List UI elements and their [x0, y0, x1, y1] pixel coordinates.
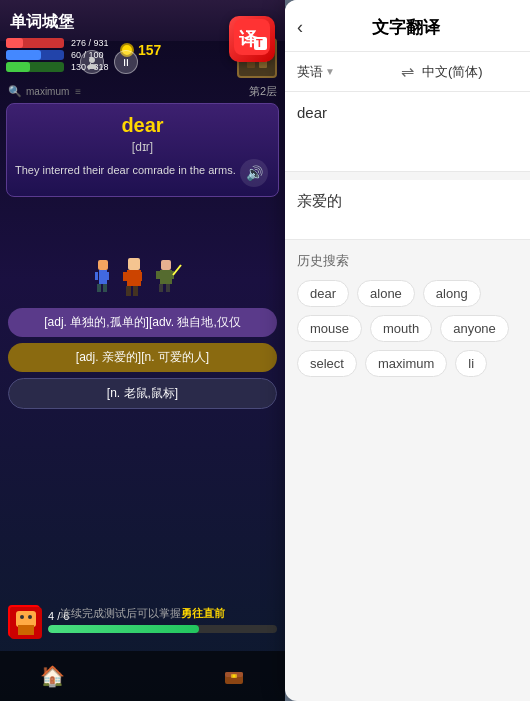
app-icon-text: 译 T	[234, 19, 270, 60]
hint-text: 连续完成测试后可以掌握	[60, 607, 181, 619]
history-tag[interactable]: along	[423, 280, 481, 307]
svg-rect-19	[123, 272, 127, 281]
home-icon: 🏠	[40, 664, 65, 688]
svg-rect-14	[106, 272, 109, 280]
trans-title: 文字翻译	[311, 16, 500, 39]
svg-rect-11	[97, 284, 101, 292]
target-lang-select[interactable]: 中文(简体)	[422, 63, 518, 81]
history-tag[interactable]: alone	[357, 280, 415, 307]
progress-bar-fill	[48, 625, 199, 633]
svg-point-8	[87, 64, 97, 69]
svg-rect-21	[161, 260, 171, 270]
character-sprites	[93, 250, 193, 305]
history-tag[interactable]: mouse	[297, 315, 362, 342]
history-tag[interactable]: li	[455, 350, 487, 377]
input-text: dear	[297, 104, 327, 121]
avatar-btn[interactable]	[80, 50, 104, 74]
svg-rect-12	[103, 284, 107, 292]
svg-rect-23	[159, 284, 163, 292]
svg-rect-25	[156, 271, 160, 279]
source-lang-text: 英语	[297, 63, 323, 81]
hint-highlight: 勇往直前	[181, 607, 225, 619]
search-label: maximum	[26, 86, 69, 97]
app-title: 单词城堡	[10, 12, 74, 33]
svg-rect-9	[98, 260, 108, 270]
history-tag[interactable]: mouth	[370, 315, 432, 342]
nav-home[interactable]: 🏠	[40, 664, 65, 688]
pause-icon: ⏸	[121, 57, 131, 68]
list-icon: ≡	[75, 86, 81, 97]
history-tag[interactable]: maximum	[365, 350, 447, 377]
hp-stat-row: 276 / 931	[6, 38, 109, 48]
nav-settings[interactable]	[223, 665, 245, 687]
word-text: dear	[15, 114, 270, 137]
lang-selector-row: 英语 ▼ ⇌ 中文(简体)	[285, 52, 530, 92]
history-section: 历史搜索 dearalonealongmousemouthanyoneselec…	[285, 240, 530, 389]
def-option-1[interactable]: [adj. 单独的,孤单的][adv. 独自地,仅仅	[8, 308, 277, 337]
input-area[interactable]: dear	[285, 92, 530, 172]
game-panel: 单词城堡 276 / 931 60 / 100 130 / 318 157	[0, 0, 285, 701]
floor-label: 第2层	[249, 84, 277, 99]
svg-rect-10	[99, 270, 107, 284]
xp-bar	[6, 62, 30, 72]
search-row: 🔍 maximum ≡ 第2层	[8, 84, 277, 99]
progress-bar-bg	[48, 625, 277, 633]
result-area: 亲爱的	[285, 180, 530, 240]
history-tag[interactable]: anyone	[440, 315, 509, 342]
svg-rect-15	[128, 258, 140, 270]
svg-point-36	[233, 675, 236, 678]
history-tag[interactable]: select	[297, 350, 357, 377]
translation-panel: ‹ 文字翻译 英语 ▼ ⇌ 中文(简体) dear 亲爱的 历史搜索 deara…	[285, 0, 530, 701]
result-text: 亲爱的	[297, 192, 342, 209]
history-title: 历史搜索	[297, 252, 518, 270]
svg-rect-20	[138, 272, 142, 281]
history-tags: dearalonealongmousemouthanyoneselectmaxi…	[297, 280, 518, 377]
svg-rect-24	[166, 284, 170, 292]
back-button[interactable]: ‹	[297, 17, 303, 38]
progress-section: 4 / 6 连续完成测试后可以掌握勇往直前	[8, 605, 277, 641]
app-icon[interactable]: 译 T	[229, 16, 275, 62]
history-tag[interactable]: dear	[297, 280, 349, 307]
def-option-2[interactable]: [adj. 亲爱的][n. 可爱的人]	[8, 343, 277, 372]
definition-options: [adj. 单独的,孤单的][adv. 独自地,仅仅 [adj. 亲爱的][n.…	[8, 308, 277, 409]
svg-text:T: T	[256, 37, 263, 49]
source-lang-arrow: ▼	[325, 66, 335, 77]
search-area: 🔍 maximum ≡	[8, 85, 81, 98]
coins-value: 157	[138, 42, 161, 58]
game-controls: ⏸	[80, 50, 138, 74]
svg-line-27	[173, 265, 181, 275]
source-lang-select[interactable]: 英语 ▼	[297, 63, 393, 81]
trans-header: ‹ 文字翻译	[285, 0, 530, 52]
hp-bar	[6, 38, 23, 48]
svg-rect-30	[18, 625, 34, 635]
bottom-nav: 🏠	[0, 651, 285, 701]
hp-value: 276 / 931	[71, 38, 109, 48]
pause-btn[interactable]: ⏸	[114, 50, 138, 74]
avatar-icon	[85, 55, 99, 69]
characters-area	[6, 248, 279, 306]
speaker-icon: 🔊	[246, 165, 263, 181]
chest-icon	[223, 665, 245, 687]
translate-icon-svg: 译 T	[234, 19, 270, 55]
target-lang-text: 中文(简体)	[422, 63, 483, 81]
svg-rect-18	[133, 286, 138, 296]
swap-languages-btn[interactable]: ⇌	[401, 62, 414, 81]
svg-point-7	[89, 57, 95, 63]
bottom-hint: 连续完成测试后可以掌握勇往直前	[8, 606, 277, 621]
mp-bar	[6, 50, 41, 60]
word-display: dear [dɪr] They interred their dear comr…	[6, 103, 279, 197]
search-icon: 🔍	[8, 85, 22, 98]
word-sentence: They interred their dear comrade in the …	[15, 162, 270, 180]
audio-btn[interactable]: 🔊	[240, 159, 268, 187]
word-phonetic: [dɪr]	[15, 140, 270, 154]
svg-rect-13	[95, 272, 98, 280]
svg-rect-17	[126, 286, 131, 296]
def-option-3[interactable]: [n. 老鼠,鼠标]	[8, 378, 277, 409]
